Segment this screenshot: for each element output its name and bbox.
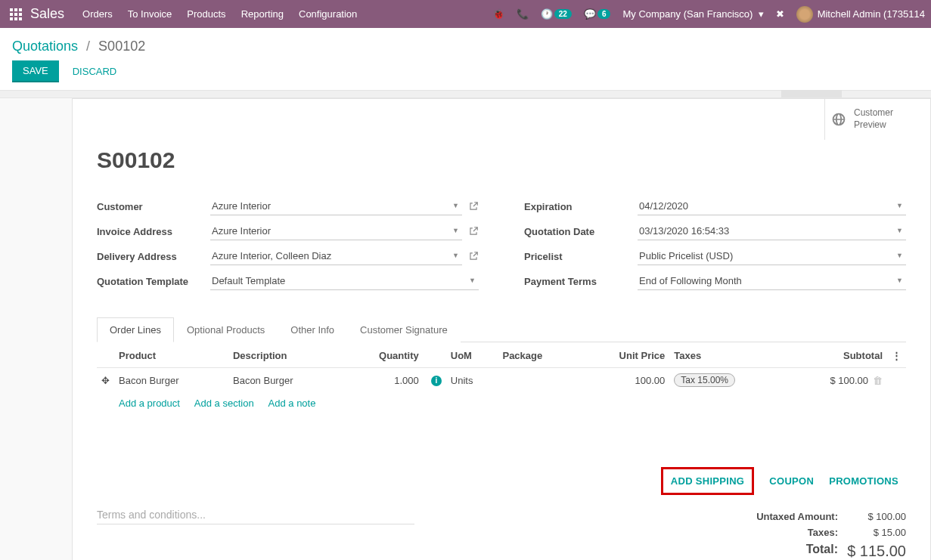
totals: Untaxed Amount:$ 100.00 Taxes:$ 15.00 To… (709, 509, 906, 560)
customer-label: Customer (97, 201, 210, 212)
quotation-template-label: Quotation Template (97, 276, 210, 287)
add-section-link[interactable]: Add a section (194, 398, 254, 409)
company-selector[interactable]: My Company (San Francisco) ▾ (622, 8, 763, 20)
order-lines-table: Product Description Quantity UoM Package… (97, 342, 906, 414)
cell-quantity[interactable]: 1.000 (343, 368, 424, 393)
tab-optional-products[interactable]: Optional Products (174, 317, 278, 342)
col-quantity: Quantity (343, 342, 424, 368)
delivery-address-field[interactable] (210, 247, 462, 265)
quotation-date-label: Quotation Date (524, 226, 638, 237)
discard-button[interactable]: DISCARD (73, 66, 117, 77)
customer-preview-button[interactable]: CustomerPreview (824, 99, 930, 140)
payment-terms-field[interactable] (638, 272, 906, 290)
phone-icon[interactable]: 📞 (517, 8, 529, 20)
tab-order-lines[interactable]: Order Lines (97, 317, 174, 342)
external-link-icon[interactable] (468, 226, 479, 237)
external-link-icon[interactable] (468, 201, 479, 212)
add-note-link[interactable]: Add a note (268, 398, 316, 409)
total-label: Total: (709, 543, 838, 560)
customer-field[interactable] (210, 197, 462, 215)
expiration-field[interactable] (638, 197, 906, 215)
pricelist-label: Pricelist (524, 251, 638, 262)
trash-icon[interactable]: 🗑 (873, 375, 883, 386)
apps-icon[interactable] (9, 8, 23, 21)
expiration-label: Expiration (524, 201, 638, 212)
breadcrumb: Quotations / S00102 (12, 28, 919, 60)
globe-icon (831, 112, 846, 127)
payment-terms-label: Payment Terms (524, 276, 638, 287)
quotation-date-field[interactable] (638, 222, 906, 240)
drag-handle-icon[interactable]: ✥ (97, 368, 114, 393)
external-link-icon[interactable] (468, 251, 479, 261)
col-product: Product (114, 342, 228, 368)
top-nav: Sales Orders To Invoice Products Reporti… (0, 0, 931, 28)
activity-icon[interactable]: 🕐22 (541, 8, 572, 20)
untaxed-value: $ 100.00 (838, 511, 906, 522)
breadcrumb-root[interactable]: Quotations (12, 39, 78, 54)
record-title: S00102 (97, 147, 906, 173)
col-unit-price: Unit Price (579, 342, 669, 368)
tabs: Order Lines Optional Products Other Info… (97, 317, 906, 342)
table-row[interactable]: ✥ Bacon Burger Bacon Burger 1.000 i Unit… (97, 368, 906, 393)
col-uom: UoM (446, 342, 498, 368)
highlight-box: ADD SHIPPING (661, 467, 755, 495)
total-value: $ 115.00 (838, 543, 906, 560)
nav-reporting[interactable]: Reporting (241, 8, 284, 20)
untaxed-label: Untaxed Amount: (709, 511, 838, 522)
cell-package[interactable] (498, 368, 579, 393)
tab-other-info[interactable]: Other Info (278, 317, 347, 342)
add-product-link[interactable]: Add a product (119, 398, 180, 409)
tab-customer-signature[interactable]: Customer Signature (347, 317, 461, 342)
quotation-template-field[interactable] (210, 272, 479, 290)
breadcrumb-current: S00102 (98, 39, 145, 54)
add-shipping-button[interactable]: ADD SHIPPING (671, 475, 745, 487)
cell-description[interactable]: Bacon Burger (228, 368, 343, 393)
control-panel: Quotations / S00102 SAVE DISCARD (0, 28, 931, 91)
cell-subtotal: $ 100.00 (830, 375, 868, 386)
col-subtotal: Subtotal (785, 342, 887, 368)
activity-badge: 22 (554, 9, 572, 19)
user-menu[interactable]: Mitchell Admin (1735114 (796, 6, 925, 23)
messages-icon[interactable]: 💬6 (584, 8, 611, 20)
delivery-address-label: Delivery Address (97, 251, 210, 262)
nav-products[interactable]: Products (187, 8, 225, 20)
status-strip (0, 91, 931, 98)
invoice-address-field[interactable] (210, 222, 462, 240)
cell-uom[interactable]: Units (446, 368, 498, 393)
coupon-button[interactable]: COUPON (769, 467, 814, 495)
settings-icon[interactable]: ✖ (776, 8, 784, 20)
col-description: Description (228, 342, 343, 368)
footer-buttons: ADD SHIPPING COUPON PROMOTIONS (97, 467, 906, 495)
cell-unit-price[interactable]: 100.00 (579, 368, 669, 393)
cell-product[interactable]: Bacon Burger (114, 368, 228, 393)
taxes-value: $ 15.00 (838, 527, 906, 538)
bug-icon[interactable]: 🐞 (492, 8, 504, 20)
avatar (796, 6, 813, 23)
tax-badge[interactable]: Tax 15.00% (674, 373, 735, 387)
promotions-button[interactable]: PROMOTIONS (829, 467, 898, 495)
pricelist-field[interactable] (638, 247, 906, 265)
col-taxes: Taxes (669, 342, 785, 368)
taxes-label: Taxes: (709, 527, 838, 538)
info-icon[interactable]: i (431, 376, 442, 386)
invoice-address-label: Invoice Address (97, 226, 210, 237)
terms-input[interactable]: Terms and conditions... (97, 509, 414, 524)
nav-to-invoice[interactable]: To Invoice (128, 8, 172, 20)
brand[interactable]: Sales (30, 6, 64, 22)
nav-orders[interactable]: Orders (82, 8, 113, 20)
nav-configuration[interactable]: Configuration (299, 8, 357, 20)
col-options-icon[interactable]: ⋮ (887, 342, 906, 368)
save-button[interactable]: SAVE (12, 60, 59, 82)
form-sheet: CustomerPreview S00102 Customer ▼ Invoic… (72, 98, 931, 560)
messages-badge: 6 (597, 9, 611, 19)
col-package: Package (498, 342, 579, 368)
